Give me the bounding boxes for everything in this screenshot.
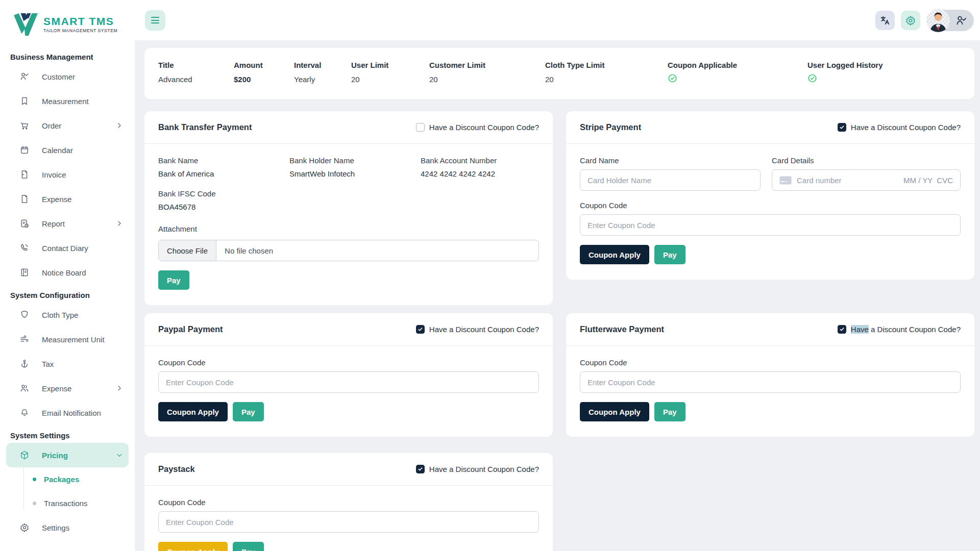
- sidebar-item-label: Pricing: [42, 451, 115, 460]
- sidebar-item-label: Measurement: [42, 97, 124, 106]
- translate-button[interactable]: [875, 11, 895, 30]
- sidebar-item-customer[interactable]: Customer: [0, 64, 135, 89]
- chevron-right-icon: [115, 384, 124, 392]
- paystack-coupon-apply-button[interactable]: Coupon Apply: [158, 542, 228, 551]
- summary-field-cloth-type-limit: Cloth Type Limit 20: [545, 61, 668, 99]
- flutterwave-coupon-toggle[interactable]: Have a Discount Coupon Code?: [838, 325, 961, 334]
- sidebar-item-contact-diary[interactable]: Contact Diary: [0, 236, 135, 260]
- bank-account-label: Bank Account Number: [421, 156, 539, 165]
- chevron-right-icon: [115, 121, 124, 130]
- choose-file-button[interactable]: Choose File: [159, 240, 216, 261]
- paypal-coupon-apply-button[interactable]: Coupon Apply: [158, 402, 228, 421]
- shield-icon: [19, 310, 30, 320]
- sidebar-item-tax[interactable]: Tax: [0, 352, 135, 376]
- bank-pay-button[interactable]: Pay: [158, 270, 189, 290]
- sidebar-item-invoice[interactable]: Invoice: [0, 162, 135, 187]
- summary-field-coupon-applicable: Coupon Applicable: [668, 61, 807, 99]
- sidebar-subitem-transactions[interactable]: Transactions: [0, 491, 135, 515]
- pricing-submenu: Packages Transactions: [0, 467, 135, 515]
- card-name-input[interactable]: [580, 169, 761, 191]
- sidebar-item-label: Cloth Type: [42, 311, 124, 319]
- chevron-down-icon: [115, 451, 124, 459]
- flutterwave-coupon-apply-button[interactable]: Coupon Apply: [580, 402, 649, 421]
- paypal-coupon-toggle[interactable]: Have a Discount Coupon Code?: [416, 325, 539, 334]
- coupon-code-label: Coupon Code: [580, 358, 961, 367]
- attachment-file-input[interactable]: Choose File No file chosen: [158, 240, 539, 261]
- sidebar-subitem-packages[interactable]: Packages: [0, 467, 135, 491]
- sidebar-item-expense[interactable]: Expense: [0, 187, 135, 211]
- settings-button[interactable]: [901, 11, 920, 30]
- checkbox-checked[interactable]: [838, 123, 846, 132]
- section-heading-config: System Configuration: [0, 285, 135, 303]
- coupon-code-input[interactable]: [580, 214, 961, 236]
- app-root: SMART TMS TAILOR MANAGEMENT SYSTEM Busin…: [0, 0, 980, 551]
- stripe-card: Stripe Payment Have a Discount Coupon Co…: [566, 111, 974, 280]
- sidebar-item-label: Calendar: [42, 146, 124, 155]
- sidebar-item-label: Email Notification: [42, 409, 124, 417]
- payments-row-3: Paystack Have a Discount Coupon Code? Co…: [144, 453, 974, 551]
- brand-tagline: TAILOR MANAGEMENT SYSTEM: [43, 28, 117, 33]
- payments-row-1: Bank Transfer Payment Have a Discount Co…: [144, 111, 974, 305]
- sidebar-item-label: Tax: [42, 360, 124, 368]
- coupon-question-label: Have a Discount Coupon Code?: [851, 325, 961, 334]
- user-check-icon: [955, 14, 967, 27]
- card-expiry-cvc-hint: MM / YY CVC: [903, 176, 953, 185]
- card-number-input[interactable]: [797, 176, 898, 185]
- notice-board-icon: [19, 267, 30, 278]
- coupon-code-label: Coupon Code: [158, 498, 539, 507]
- bank-holder-label: Bank Holder Name: [289, 156, 421, 165]
- bank-transfer-card: Bank Transfer Payment Have a Discount Co…: [144, 111, 553, 305]
- checkbox-checked[interactable]: [416, 465, 425, 473]
- sidebar-item-email-notification[interactable]: Email Notification: [0, 400, 135, 425]
- gear-icon: [19, 522, 30, 533]
- paystack-coupon-toggle[interactable]: Have a Discount Coupon Code?: [416, 465, 539, 473]
- gear-icon: [905, 15, 916, 26]
- coupon-code-input[interactable]: [158, 371, 539, 393]
- summary-field-title: Title Advanced: [158, 61, 234, 99]
- sidebar-item-measurement[interactable]: Measurement: [0, 89, 135, 113]
- bell-icon: [19, 408, 30, 418]
- sidebar-item-cloth-type[interactable]: Cloth Type: [0, 303, 135, 327]
- bank-holder-value: SmartWeb Infotech: [289, 169, 421, 178]
- file-status-text: No file chosen: [216, 240, 281, 261]
- stripe-coupon-toggle[interactable]: Have a Discount Coupon Code?: [838, 123, 961, 132]
- checkbox-unchecked[interactable]: [416, 123, 425, 132]
- coupon-code-input[interactable]: [580, 371, 961, 393]
- coupon-code-input[interactable]: [158, 511, 539, 533]
- summary-field-customer-limit: Customer Limit 20: [429, 61, 545, 99]
- checkbox-checked[interactable]: [416, 325, 425, 334]
- sidebar-item-pricing[interactable]: Pricing: [6, 443, 129, 467]
- card-details-input[interactable]: MM / YY CVC: [772, 169, 961, 191]
- profile-menu[interactable]: [926, 10, 974, 31]
- sidebar-item-order[interactable]: Order: [0, 113, 135, 138]
- hamburger-menu-button[interactable]: [145, 10, 165, 31]
- paypal-card: Paypal Payment Have a Discount Coupon Co…: [144, 313, 553, 437]
- sidebar-item-report[interactable]: Report: [0, 211, 135, 236]
- summary-field-user-logged-history: User Logged History: [807, 61, 888, 99]
- sidebar-item-measurement-unit[interactable]: Measurement Unit: [0, 327, 135, 352]
- calendar-icon: [19, 145, 30, 155]
- bank-ifsc-value: BOA45678: [158, 203, 539, 211]
- bank-coupon-toggle[interactable]: Have a Discount Coupon Code?: [416, 123, 539, 132]
- flutterwave-pay-button[interactable]: Pay: [654, 402, 685, 421]
- paypal-pay-button[interactable]: Pay: [233, 402, 264, 421]
- stripe-pay-button[interactable]: Pay: [654, 245, 685, 264]
- anchor-icon: [19, 359, 30, 369]
- checkbox-checked[interactable]: [838, 325, 846, 334]
- avatar: [926, 9, 950, 32]
- sidebar-item-calendar[interactable]: Calendar: [0, 138, 135, 162]
- sidebar-item-expense-config[interactable]: Expense: [0, 376, 135, 400]
- section-heading-business: Business Management: [0, 46, 135, 64]
- coupon-code-label: Coupon Code: [580, 201, 961, 210]
- sidebar-item-settings[interactable]: Settings: [0, 515, 135, 540]
- stripe-coupon-apply-button[interactable]: Coupon Apply: [580, 245, 649, 264]
- credit-card-icon: [779, 176, 792, 185]
- sidebar-item-notice-board[interactable]: Notice Board: [0, 260, 135, 285]
- card-title: Paystack: [158, 464, 195, 474]
- bookmark-icon: [19, 96, 30, 106]
- topbar-actions: [875, 10, 974, 31]
- logo-mark: [13, 13, 39, 36]
- paystack-pay-button[interactable]: Pay: [233, 542, 264, 551]
- summary-field-interval: Interval Yearly: [294, 61, 351, 99]
- brand-name: SMART TMS: [43, 16, 117, 27]
